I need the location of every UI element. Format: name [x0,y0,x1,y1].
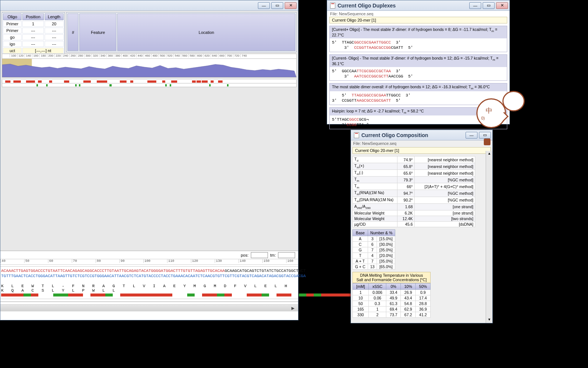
duplex-entry: [Current- Oligo] - The most stable 3'-di… [329,54,507,81]
duplex-header: Hairpin: loop = 7 nt; ΔG = -2.7 kcal/mol… [330,108,507,115]
salt-table: [mM]xSSC0%10%50% 10.00633.426.90.9100.06… [352,283,431,318]
close-button[interactable]: ✕ [285,2,297,9]
duplex-header: [Current- Oligo] - The most stable 3'-di… [330,55,507,67]
duplex-sequence: 5' TTAGCGGCCGCGAATTGGCC 3' 3' CCGGTTAAGC… [330,91,507,105]
col-oligo[interactable]: Oligo [3,13,22,20]
duplexes-title: Current Oligo Duplexes [338,3,396,9]
table-row: T4[20.0%] [353,253,395,258]
scroll-right-icon[interactable]: ▶ [289,306,297,311]
table-row[interactable]: Primer------ [3,28,64,34]
salt-head-1: DNA Melting Temperature in Various [360,273,423,277]
document-icon [330,3,335,9]
profile-area [2,59,297,77]
main-sequence-window[interactable]: — ▭ ✕ Oligo Position Length Primer120Pri… [0,0,298,320]
salt-head-2: Salt and Formamide Concentrations [°C] [357,277,427,282]
composition-window[interactable]: Current Oligo Composition — ▭ ▴ ▾ File: … [351,130,493,323]
duplex-header: The most stable dimer overall: # of hydr… [330,83,507,91]
oligo-subheader: Current Oligo 20-mer [1] [329,17,507,23]
table-row: µg/OD45.6[dsDNA] [353,221,475,227]
col-header[interactable]: 10% [401,283,416,289]
sequence-ruler: 405060708090100110120130140150160 [0,259,298,264]
file-label: File: NewSequence.seq [351,140,492,146]
duplex-entry: The most stable dimer overall: # of hydr… [329,83,507,105]
table-row: C6[30.0%] [353,241,395,247]
minimize-button[interactable]: — [469,2,481,9]
feature-table[interactable]: # Feature Location [66,12,297,52]
oligo-table[interactable]: Oligo Position Length Primer120Primer---… [2,12,65,55]
scroll-up-icon[interactable]: ▴ [486,151,492,157]
tm-label: tm: [270,253,276,257]
col-position[interactable]: Position [22,13,44,20]
table-row: Tm(DNA:RNA)(1M Na)90.2°[%GC method] [353,197,475,203]
sequence-panel[interactable]: pos: tm: 4050607080901001101201301401501… [0,251,298,320]
table-row: 100.0649.943.417.4 [353,295,431,301]
col-base[interactable]: Base [353,229,368,236]
profile-ruler: 1001201401601802002202402602803003203403… [2,54,297,59]
file-label: File: NewSequence.seq [327,11,509,17]
col-header[interactable]: [mM] [353,283,369,289]
table-row: A + T7[35.0%] [353,258,395,264]
feature-bar-row-1 [2,80,297,83]
col-header[interactable]: 50% [416,283,431,289]
table-row: Tm66°[2(A+T)° + 4(G+C)° method] [353,183,475,190]
scroll-down-icon[interactable]: ▾ [486,317,492,323]
col-location[interactable]: Location [117,13,295,51]
maximize-button[interactable]: ▭ [479,132,491,139]
duplex-sequence: 5' GGCCAATTCGCGGCCGCTAA 3' 3' AATCGCCGGC… [330,67,507,80]
composition-title: Current Oligo Composition [361,132,428,138]
duplex-sequence: 5'TTAGCGGCCGCG¬ 3'CCGGTTA—⌃ [330,115,507,129]
sequence-bottom-strand: TGTTTGAACTCACCTGGGACATTAAGTTGTCTCGTCCGTG… [1,273,297,279]
sequence-top-strand: ACAAACTTGAGTGGACCCTGTAATTCAACAGAGCAGGCAC… [1,268,297,273]
table-row: A260/A2801.68[one strand] [353,203,475,210]
vertical-scrollbar[interactable]: ▴ ▾ [486,151,492,323]
profile-plot[interactable]: 1001201401601802002202402602803003203403… [2,54,297,87]
col-feature[interactable]: Feature [79,13,116,51]
table-row: 10.00633.426.90.9 [353,289,431,295]
duplex-header: [Current+ Oligo] - The most stable 3'-di… [330,26,507,38]
table-row[interactable]: igo------ [3,41,64,47]
minimize-button[interactable]: — [258,2,270,9]
col-number-pct[interactable]: Number & % [368,229,395,236]
duplexes-titlebar[interactable]: Current Oligo Duplexes — ▭ ✕ [327,0,509,11]
pos-input[interactable] [251,252,268,258]
feature-bar-row-2 [2,83,297,87]
table-row: Tm79.3°[%GC method] [353,177,475,183]
table-row: A3[15.0%] [353,236,395,241]
col-num[interactable]: # [67,13,79,51]
col-header[interactable]: 0% [386,283,401,289]
salt-temperature-block: DNA Melting Temperature in Various Salt … [352,272,431,318]
table-row: Tm(-)65.6°[nearest neighbor method] [353,170,475,177]
table-row[interactable]: go------ [3,34,64,40]
table-row: G7[35.0%] [353,247,395,253]
table-row: 330273.767.241.2 [353,312,431,317]
col-header[interactable]: xSSC [368,283,386,289]
close-button[interactable]: ✕ [496,2,508,9]
horizontal-scrollbar[interactable]: ▶ [0,305,298,311]
properties-table: Td74.9°[nearest neighbor method]Tm(+)65.… [352,156,475,227]
table-row: Molecular Weight12.4K[two strands] [353,216,475,221]
table-row: Tm(RNA)(1M Na)94.7°[%GC method] [353,190,475,197]
minimize-button[interactable]: — [466,132,477,139]
composition-titlebar[interactable]: Current Oligo Composition — ▭ [351,130,492,140]
maximize-button[interactable]: ▭ [483,2,495,9]
table-row: 165169.462.936.9 [353,306,431,312]
oligo-subheader: Current Oligo 20-mer [1] [352,147,491,154]
duplexes-window[interactable]: Current Oligo Duplexes — ▭ ✕ File: NewSe… [327,0,510,124]
main-titlebar[interactable]: — ▭ ✕ [0,0,298,11]
table-row: Molecular Weight6.2K[one strand] [353,210,475,216]
table-row: 500.361.354.828.8 [353,301,431,306]
table-row: Tm(+)65.8°[nearest neighbor method] [353,163,475,170]
duplex-sequence: 5' TTAGCGGCCGCGAATTGGCC 3' 3' CCGGTTAAGC… [330,38,507,52]
document-icon [354,132,359,138]
table-row[interactable]: Primer120 [3,21,64,27]
maximize-button[interactable]: ▭ [271,2,283,9]
col-length[interactable]: Length [45,13,64,20]
table-row[interactable]: uct[---,---] nt [3,48,64,54]
pos-label: pos: [241,253,249,257]
tm-input[interactable] [278,252,295,258]
base-composition-table: Base Number & % A3[15.0%]C6[30.0%]G7[35.… [352,229,395,270]
duplex-entry: Hairpin: loop = 7 nt; ΔG = -2.7 kcal/mol… [329,107,507,129]
amino-acid-row: K L E W T L - F N R A G T L V I A E Y M … [0,284,298,293]
position-row: pos: tm: [0,251,298,259]
duplex-entry: [Current+ Oligo] - The most stable 3'-di… [329,26,507,52]
